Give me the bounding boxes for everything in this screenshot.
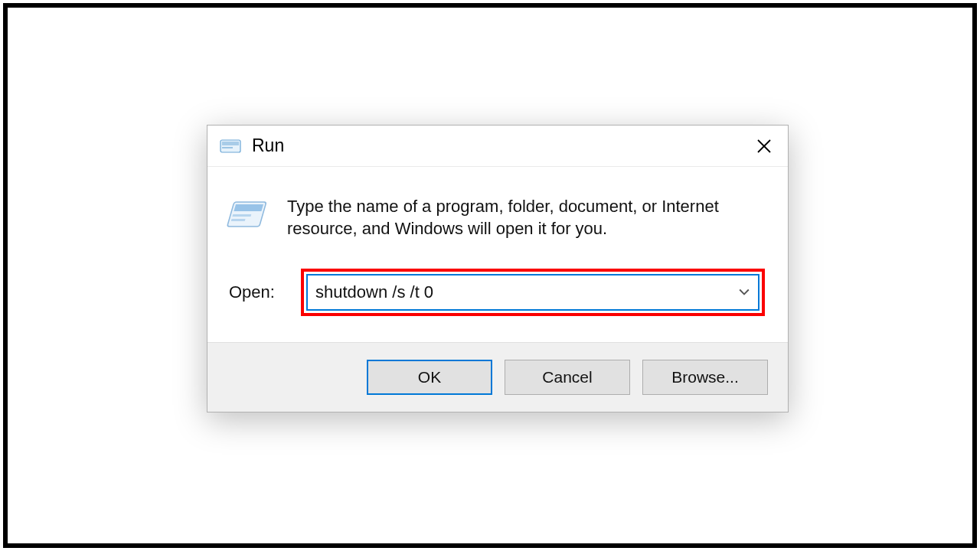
open-row: Open:	[226, 269, 765, 316]
outer-frame: Run Type the n	[3, 3, 977, 548]
highlight-annotation	[301, 269, 765, 316]
dialog-footer: OK Cancel Browse...	[207, 342, 788, 412]
run-dialog: Run Type the n	[207, 125, 789, 412]
cancel-button[interactable]: Cancel	[505, 360, 630, 395]
ok-button[interactable]: OK	[367, 360, 492, 395]
dialog-content: Type the name of a program, folder, docu…	[287, 196, 765, 316]
run-icon	[220, 138, 241, 155]
svg-rect-7	[232, 214, 251, 217]
open-input[interactable]	[308, 282, 730, 302]
titlebar: Run	[207, 126, 788, 167]
instruction-text: Type the name of a program, folder, docu…	[287, 196, 765, 240]
open-label: Open:	[226, 282, 279, 302]
svg-rect-1	[222, 142, 239, 145]
open-combobox[interactable]	[306, 274, 760, 311]
browse-button[interactable]: Browse...	[642, 360, 768, 395]
close-button[interactable]	[740, 126, 788, 167]
svg-rect-6	[234, 204, 263, 211]
chevron-down-icon	[739, 289, 750, 296]
close-icon	[756, 139, 772, 154]
svg-rect-2	[222, 147, 233, 148]
dialog-body: Type the name of a program, folder, docu…	[207, 167, 788, 342]
svg-rect-8	[231, 219, 246, 221]
open-dropdown-button[interactable]	[730, 289, 758, 296]
dialog-title: Run	[252, 135, 740, 156]
